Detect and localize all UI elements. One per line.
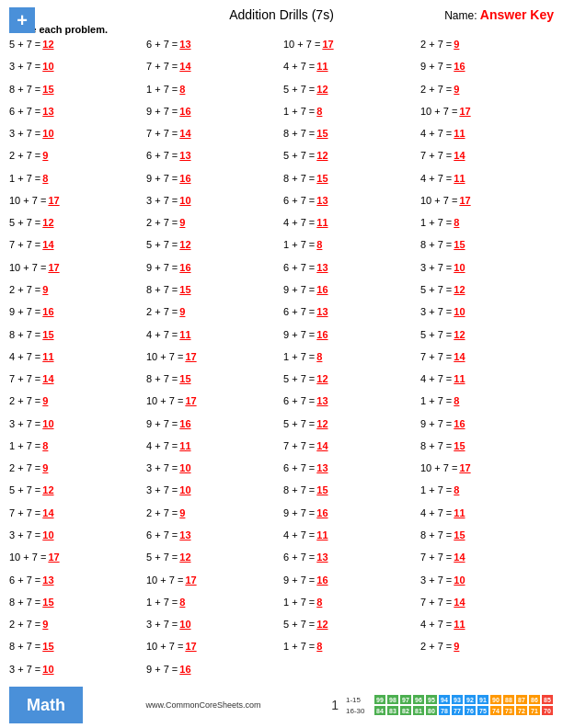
problem-equation: 2 + 7 = xyxy=(420,84,452,95)
problem-equation: 10 + 7 = xyxy=(9,552,46,563)
problem-equation: 9 + 7 = xyxy=(146,106,178,117)
problem-equation: 10 + 7 = xyxy=(9,262,46,273)
problem-equation: 10 + 7 = xyxy=(283,39,320,50)
problem-item: 8 + 7 = 15 xyxy=(283,127,417,148)
problem-answer: 11 xyxy=(316,61,331,72)
math-box: Math xyxy=(9,687,83,723)
problem-answer: 13 xyxy=(316,195,331,206)
problem-answer: 11 xyxy=(454,507,468,518)
problem-equation: 4 + 7 = xyxy=(420,173,452,184)
website: www.CommonCoreSheets.com xyxy=(83,700,324,710)
problem-item: 5 + 7 = 12 xyxy=(283,417,417,438)
problem-item: 9 + 7 = 16 xyxy=(146,261,280,282)
problem-item: 5 + 7 = 12 xyxy=(146,551,280,572)
problem-item: 8 + 7 = 15 xyxy=(283,483,417,505)
problem-answer: 11 xyxy=(454,173,468,184)
problem-equation: 6 + 7 = xyxy=(283,462,315,473)
problem-answer: 13 xyxy=(179,150,194,161)
problem-answer: 12 xyxy=(42,39,57,50)
problem-equation: 5 + 7 = xyxy=(283,150,315,161)
problem-answer: 15 xyxy=(42,329,57,340)
problem-equation: 4 + 7 = xyxy=(420,507,452,518)
problem-item: 3 + 7 = 10 xyxy=(420,305,554,326)
problem-answer: 9 xyxy=(179,507,194,518)
problem-answer: 17 xyxy=(185,574,200,586)
problem-item: 9 + 7 = 16 xyxy=(283,506,417,528)
problem-equation: 3 + 7 = xyxy=(420,574,452,586)
problem-answer: 17 xyxy=(48,552,63,563)
problem-equation: 4 + 7 = xyxy=(283,529,315,540)
problem-answer: 16 xyxy=(454,418,468,429)
problem-answer: 12 xyxy=(42,484,57,495)
problem-item: 8 + 7 = 15 xyxy=(9,640,143,661)
problem-answer: 15 xyxy=(179,373,194,384)
problem-equation: 4 + 7 = xyxy=(146,329,178,340)
problem-equation: 7 + 7 = xyxy=(420,351,452,362)
problem-answer: 11 xyxy=(454,619,468,630)
problem-answer: 15 xyxy=(42,597,57,608)
problem-item: 4 + 7 = 11 xyxy=(420,172,554,193)
problem-answer: 8 xyxy=(179,597,194,608)
problem-answer: 9 xyxy=(179,306,194,317)
problem-answer: 10 xyxy=(454,574,468,586)
problem-item: 1 + 7 = 8 xyxy=(420,394,554,415)
problem-answer: 12 xyxy=(454,284,468,295)
problem-answer: 8 xyxy=(179,84,194,95)
problem-answer: 12 xyxy=(316,418,331,429)
problem-item: 6 + 7 = 13 xyxy=(283,551,417,572)
problem-answer: 13 xyxy=(316,462,331,473)
score-cell: 86 xyxy=(528,694,541,705)
page-number: 1 xyxy=(331,698,339,712)
problem-answer: 11 xyxy=(42,351,57,362)
problem-equation: 8 + 7 = xyxy=(9,597,40,608)
problem-answer: 12 xyxy=(316,373,331,384)
problem-equation: 5 + 7 = xyxy=(146,239,178,250)
problem-equation: 1 + 7 = xyxy=(283,641,315,652)
problem-answer: 10 xyxy=(179,619,194,630)
problem-item: 4 + 7 = 11 xyxy=(283,529,417,550)
problem-item: 10 + 7 = 17 xyxy=(146,350,280,371)
problem-item: 6 + 7 = 13 xyxy=(9,105,143,126)
problem-answer: 16 xyxy=(316,507,331,518)
problem-equation: 9 + 7 = xyxy=(283,284,315,295)
problem-equation: 1 + 7 = xyxy=(283,239,315,250)
answer-key: Answer Key xyxy=(480,7,554,22)
problem-equation: 9 + 7 = xyxy=(283,507,315,518)
problem-equation: 1 + 7 = xyxy=(420,395,452,406)
problem-equation: 7 + 7 = xyxy=(420,552,452,563)
problem-answer: 15 xyxy=(316,128,331,139)
problem-equation: 6 + 7 = xyxy=(9,574,40,586)
logo-plus: + xyxy=(17,11,28,29)
score-row: 16-308483828180787776757473727170 xyxy=(346,705,554,716)
problem-item: 1 + 7 = 8 xyxy=(146,596,280,617)
score-cell: 97 xyxy=(399,694,412,705)
problem-equation: 5 + 7 = xyxy=(283,84,315,95)
problem-answer: 12 xyxy=(316,619,331,630)
problem-equation: 9 + 7 = xyxy=(146,418,178,429)
problem-answer: 14 xyxy=(42,373,57,384)
problem-answer: 12 xyxy=(179,552,194,563)
page: + Addition Drills (7s) Name: Answer Key … xyxy=(0,0,563,728)
problem-item: 5 + 7 = 12 xyxy=(9,38,143,59)
problem-equation: 3 + 7 = xyxy=(146,195,178,206)
problem-answer: 14 xyxy=(454,150,468,161)
problem-item: 6 + 7 = 13 xyxy=(9,574,143,595)
problem-equation: 6 + 7 = xyxy=(146,39,178,50)
problem-answer: 9 xyxy=(42,150,57,161)
problem-equation: 3 + 7 = xyxy=(420,306,452,317)
score-cells: 9998979695949392919088878685 xyxy=(373,694,554,705)
problem-answer: 15 xyxy=(42,84,57,95)
problem-equation: 1 + 7 = xyxy=(283,597,315,608)
problem-answer: 15 xyxy=(42,641,57,652)
problem-equation: 1 + 7 = xyxy=(283,106,315,117)
header: + Addition Drills (7s) Name: Answer Key xyxy=(9,7,554,22)
problem-answer: 16 xyxy=(179,418,194,429)
problem-answer: 9 xyxy=(454,641,468,652)
problem-equation: 8 + 7 = xyxy=(283,484,315,495)
problem-answer: 17 xyxy=(185,351,200,362)
score-cell: 81 xyxy=(412,705,425,716)
problem-answer: 8 xyxy=(42,173,57,184)
problem-answer: 11 xyxy=(454,373,468,384)
problem-answer: 10 xyxy=(179,462,194,473)
problem-equation: 1 + 7 = xyxy=(420,217,452,228)
